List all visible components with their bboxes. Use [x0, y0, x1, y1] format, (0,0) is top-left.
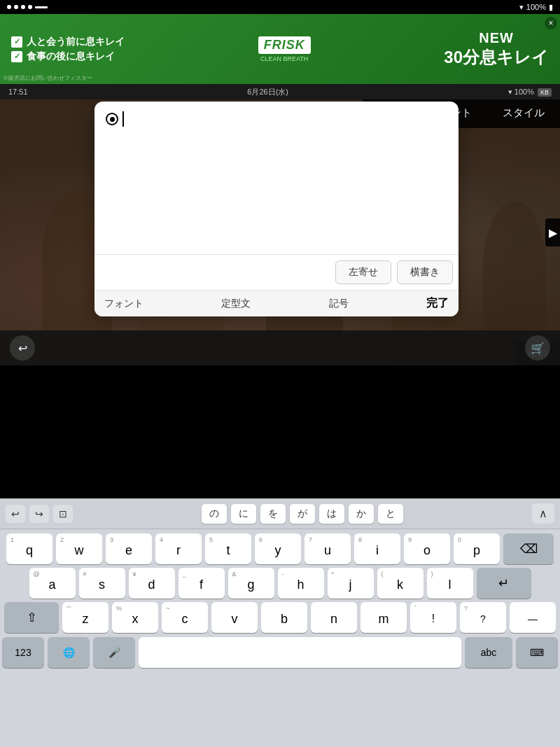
- key-n[interactable]: n: [311, 602, 357, 633]
- toolbar-symbol[interactable]: 記号: [329, 298, 349, 310]
- key-c[interactable]: ~c: [162, 602, 208, 633]
- app-date: 6月26日(水): [247, 87, 288, 97]
- key-r[interactable]: 4r: [155, 533, 202, 564]
- battery-icon: ▮: [549, 3, 553, 12]
- key-x[interactable]: %x: [112, 602, 158, 633]
- key-y[interactable]: 6y: [255, 533, 301, 564]
- key-k[interactable]: (k: [377, 568, 424, 599]
- key-v[interactable]: v: [211, 602, 258, 633]
- key-m[interactable]: m: [360, 602, 407, 633]
- key-return[interactable]: ↵: [477, 568, 531, 599]
- app-time: 17:51: [8, 88, 28, 96]
- align-left-button[interactable]: 左寄せ: [335, 260, 391, 284]
- suggest-は[interactable]: は: [319, 504, 344, 524]
- key-q[interactable]: 1q: [6, 533, 52, 564]
- app-status-bar: 17:51 6月26日(水) ▾ 100% KB: [0, 84, 560, 99]
- key-z[interactable]: ^^z: [62, 602, 108, 633]
- main-content-area: 📷 文字 フォント スタイル 移動 ▶ 左寄せ 横書き フォント 定型文 記号 …: [0, 99, 560, 365]
- ad-text-left: 人と会う前に息キレイ 食事の後に息キレイ: [11, 34, 125, 65]
- key-globe[interactable]: 🌐: [48, 637, 90, 668]
- toolbar-font[interactable]: フォント: [104, 298, 144, 310]
- key-space[interactable]: [139, 637, 461, 668]
- keyboard-area: ↩ ↪ ⊡ の に を が は か と ∧ 1q 2w 3e 4r 5t 6y …: [0, 498, 560, 747]
- ad-checkbox-1: [11, 36, 22, 48]
- key-row-2: @a #s ¥d _f &g -h *j (k )l ↵: [2, 568, 558, 599]
- key-123[interactable]: 123: [2, 637, 44, 668]
- undo-key[interactable]: ↩: [6, 505, 25, 523]
- redo-key[interactable]: ↪: [29, 505, 49, 523]
- wifi-signal-icon: ▾: [508, 88, 514, 96]
- key-o[interactable]: 9o: [404, 533, 450, 564]
- suggest-の[interactable]: の: [202, 504, 227, 524]
- keyboard-keys: 1q 2w 3e 4r 5t 6y 7u 8i 9o 0p ⌫ @a #s ¥d…: [0, 529, 560, 634]
- key-shift[interactable]: ⇧: [4, 602, 59, 633]
- key-mic[interactable]: 🎤: [93, 637, 135, 668]
- frisk-logo: FRISK: [258, 36, 311, 54]
- key-p[interactable]: 0p: [454, 533, 500, 564]
- person-5: [483, 201, 546, 341]
- undo-icon[interactable]: ↩: [10, 335, 35, 361]
- tab-style[interactable]: スタイル: [487, 99, 560, 128]
- bottom-toolbar: ↩ 🛒: [0, 330, 560, 365]
- keyboard-suggestion-bar: ↩ ↪ ⊡ の に を が は か と ∧: [0, 498, 560, 529]
- text-cursor-area[interactable]: [103, 109, 450, 249]
- toolbar-preset[interactable]: 定型文: [221, 298, 251, 310]
- ad-small-text: ※販売店にお問い合わせフィスター: [3, 74, 92, 82]
- key-l[interactable]: )l: [427, 568, 473, 599]
- key-h[interactable]: -h: [278, 568, 324, 599]
- ad-brand-center: FRISK CLEAN BREATH: [258, 36, 311, 62]
- text-cursor-circle: [106, 113, 118, 125]
- key-s[interactable]: #s: [79, 568, 125, 599]
- key-t[interactable]: 5t: [205, 533, 251, 564]
- key-d[interactable]: ¥d: [129, 568, 175, 599]
- suggest-が[interactable]: が: [290, 504, 315, 524]
- suggest-を[interactable]: を: [260, 504, 286, 524]
- key-e[interactable]: 3e: [106, 533, 152, 564]
- right-status-icons: ▾ 100% ▮: [519, 3, 553, 12]
- battery-text: 100%: [526, 3, 546, 11]
- suggest-に[interactable]: に: [231, 504, 256, 524]
- key-u[interactable]: 7u: [304, 533, 351, 564]
- move-arrow-button[interactable]: ▶: [545, 218, 560, 246]
- key-g[interactable]: &g: [228, 568, 274, 599]
- ad-new-badge: NEW: [479, 30, 514, 46]
- suggestion-actions: ↩ ↪ ⊡: [6, 505, 73, 523]
- align-horizontal-button[interactable]: 横書き: [397, 260, 453, 284]
- suggest-か[interactable]: か: [349, 504, 374, 524]
- app-kb-label: KB: [538, 88, 552, 97]
- key-row-1: 1q 2w 3e 4r 5t 6y 7u 8i 9o 0p ⌫: [2, 533, 558, 564]
- suggestion-more: ∧: [532, 503, 554, 524]
- key-i[interactable]: 8i: [354, 533, 400, 564]
- text-cursor: [122, 111, 124, 127]
- key-exclaim[interactable]: ﾞ!: [410, 602, 456, 633]
- key-delete[interactable]: ⌫: [503, 533, 554, 564]
- text-modal-inner: [94, 102, 458, 249]
- more-suggestions-key[interactable]: ∧: [532, 503, 554, 524]
- signal-icons: [7, 5, 48, 9]
- copy-key[interactable]: ⊡: [53, 505, 73, 523]
- key-row-3: ⇧ ^^z %x ~c v b n m ﾞ! ?? —: [2, 602, 558, 633]
- toolbar-done[interactable]: 完了: [426, 296, 449, 311]
- ad-line2: 食事の後に息キレイ: [27, 50, 115, 63]
- ad-checkbox-2: [11, 51, 22, 62]
- suggest-と[interactable]: と: [378, 504, 403, 524]
- ad-close-button[interactable]: ×: [545, 17, 557, 29]
- app-signal: ▾ 100% KB: [508, 88, 552, 97]
- text-input-modal: 左寄せ 横書き フォント 定型文 記号 完了: [94, 102, 458, 316]
- key-dash[interactable]: —: [510, 602, 556, 633]
- key-b[interactable]: b: [261, 602, 307, 633]
- ad-brand-right: NEW 30分息キレイ: [444, 30, 549, 69]
- ad-tagline: CLEAN BREATH: [260, 55, 308, 62]
- key-question[interactable]: ??: [460, 602, 506, 633]
- key-abc[interactable]: abc: [465, 637, 512, 668]
- key-w[interactable]: 2w: [56, 533, 102, 564]
- cart-icon[interactable]: 🛒: [525, 335, 550, 361]
- modal-align-row: 左寄せ 横書き: [94, 254, 458, 290]
- wifi-icon: ▾: [519, 3, 524, 12]
- key-j[interactable]: *j: [328, 568, 374, 599]
- key-f[interactable]: _f: [178, 568, 225, 599]
- key-keyboard[interactable]: ⌨: [516, 637, 558, 668]
- key-a[interactable]: @a: [29, 568, 76, 599]
- keyboard-bottom-row: 123 🌐 🎤 abc ⌨: [0, 634, 560, 672]
- modal-toolbar: フォント 定型文 記号 完了: [94, 290, 458, 316]
